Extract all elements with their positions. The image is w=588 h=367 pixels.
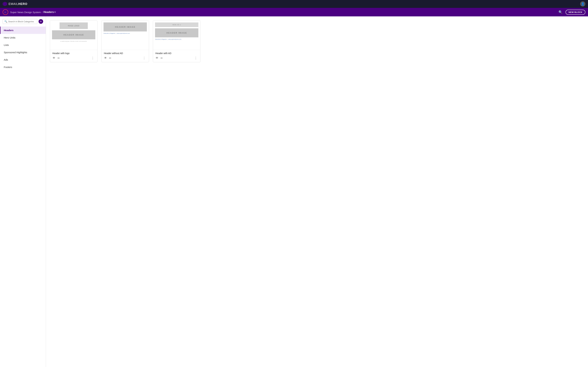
card-action-left-3: 👁 ✏ (155, 56, 192, 60)
card-title-2: Header without AD (104, 52, 147, 55)
preview-header-image-1: HEADER IMAGE (52, 30, 95, 39)
logo-text: EMAILHERO (9, 2, 27, 6)
view-button-1[interactable]: 👁 (52, 56, 56, 60)
preview-wide-ad: Wide AD 1 (155, 22, 198, 27)
new-block-button[interactable]: NEW BLOCK (565, 10, 585, 15)
more-icon-3: ⋮ (194, 56, 197, 60)
preview-header-image-2: HEADER IMAGE (104, 22, 147, 32)
card-action-left-2: 👁 ✏ (104, 56, 140, 60)
preview-subscribe-link-3: Subscribe to Magazine (155, 39, 167, 40)
preview-site-text-3: www.supernewscom.com (168, 39, 181, 40)
breadcrumb-separator: / (42, 11, 43, 14)
edit-button-3[interactable]: ✏ (160, 56, 163, 60)
card-action-left-1: 👁 ✏ (52, 56, 89, 60)
breadcrumb-current[interactable]: Headers ▾ (43, 11, 55, 14)
preview-site-text-2: www.supernewscom.com (117, 33, 130, 34)
user-avatar[interactable]: 👤 (580, 1, 585, 7)
edit-icon-3: ✏ (161, 57, 163, 60)
card-preview-header-logo: HUGE LOGO HEADER IMAGE A MESSAGE FROM OU… (50, 20, 97, 50)
more-button-3[interactable]: ⋮ (194, 56, 198, 60)
card-actions-3: 👁 ✏ ⋮ (155, 56, 198, 60)
sidebar-item-hero-units[interactable]: Hero Units (0, 34, 46, 41)
content-area: HUGE LOGO HEADER IMAGE A MESSAGE FROM OU… (46, 17, 588, 367)
back-button[interactable]: ← (3, 9, 8, 15)
more-button-1[interactable]: ⋮ (91, 56, 95, 60)
logo-icon (3, 2, 7, 6)
sidebar-item-headers[interactable]: Headers (0, 26, 46, 34)
search-input[interactable] (8, 20, 35, 23)
add-category-button[interactable]: + (39, 19, 43, 24)
card-footer-2: Header without AD 👁 ✏ ⋮ (102, 50, 149, 62)
top-nav-bar: EMAILHERO 👤 (0, 0, 588, 8)
view-button-2[interactable]: 👁 (104, 56, 107, 60)
card-actions-2: 👁 ✏ ⋮ (104, 56, 147, 60)
eye-icon-3: 👁 (156, 57, 158, 59)
preview-huge-logo: HUGE LOGO (60, 22, 88, 29)
card-actions-1: 👁 ✏ ⋮ (52, 56, 95, 60)
card-footer-3: Header with AD 👁 ✏ ⋮ (153, 50, 200, 62)
more-icon-2: ⋮ (143, 56, 146, 60)
preview-header-image-3: HEADER IMAGE (155, 28, 198, 37)
edit-button-2[interactable]: ✏ (109, 56, 112, 60)
card-preview-header-with-ad: Wide AD 1 HEADER IMAGE Subscribe to Maga… (153, 20, 200, 50)
sidebar-item-lists[interactable]: Lists (0, 41, 46, 49)
preview-pipe-3: | (167, 39, 168, 40)
edit-icon: ✏ (58, 57, 60, 60)
edit-icon-2: ✏ (109, 57, 111, 60)
search-magnifier-icon: 🔍 (4, 20, 7, 23)
main-layout: 🔍 + Headers Hero Units Lists Sponsored H… (0, 17, 588, 367)
more-icon: ⋮ (91, 56, 94, 60)
sidebar-search-wrap: 🔍 + (0, 19, 46, 26)
edit-button-1[interactable]: ✏ (57, 56, 60, 60)
sidebar-item-ads[interactable]: Ads (0, 56, 46, 63)
chevron-down-icon: ▾ (54, 11, 55, 13)
sidebar: 🔍 + Headers Hero Units Lists Sponsored H… (0, 17, 46, 367)
search-input-container: 🔍 (3, 19, 37, 24)
preview-sponsor-text: A MESSAGE FROM OUR SPONSOR (52, 41, 95, 42)
card-footer-1: Header with logo 👁 ✏ ⋮ (50, 50, 97, 62)
more-button-2[interactable]: ⋮ (142, 56, 147, 60)
breadcrumb-parent: Super News Design System (10, 11, 41, 14)
block-card-header-with-ad: Wide AD 1 HEADER IMAGE Subscribe to Maga… (153, 20, 200, 62)
app-logo: EMAILHERO (3, 2, 27, 6)
header-bar: ← Super News Design System / Headers ▾ 🔍… (0, 8, 588, 17)
preview-subscribe-row-2: Subscribe to Magazine | www.supernewscom… (104, 33, 147, 34)
header-bar-left: ← Super News Design System / Headers ▾ (3, 9, 55, 15)
card-title-3: Header with AD (155, 52, 198, 55)
sidebar-item-sponsored-highlights[interactable]: Sponsored Highlights (0, 49, 46, 56)
card-title-1: Header with logo (52, 52, 95, 55)
eye-icon: 👁 (53, 57, 55, 59)
preview-subscribe-row-3: Subscribe to Magazine | www.supernewscom… (155, 39, 198, 40)
card-preview-header-no-ad: HEADER IMAGE Subscribe to Magazine | www… (102, 20, 149, 50)
cards-grid: HUGE LOGO HEADER IMAGE A MESSAGE FROM OU… (50, 20, 584, 62)
search-icon: 🔍 (558, 10, 562, 14)
sidebar-item-footers[interactable]: Footers (0, 63, 46, 71)
preview-subscribe-link-2: Subscribe to Magazine (104, 33, 115, 34)
header-bar-right: 🔍 NEW BLOCK (558, 9, 585, 15)
header-search-button[interactable]: 🔍 (558, 9, 563, 15)
breadcrumb: Super News Design System / Headers ▾ (10, 11, 55, 14)
block-card-header-logo: HUGE LOGO HEADER IMAGE A MESSAGE FROM OU… (50, 20, 97, 62)
block-card-header-no-ad: HEADER IMAGE Subscribe to Magazine | www… (101, 20, 149, 62)
view-button-3[interactable]: 👁 (155, 56, 159, 60)
preview-pipe-2: | (116, 33, 116, 34)
eye-icon-2: 👁 (104, 57, 107, 59)
